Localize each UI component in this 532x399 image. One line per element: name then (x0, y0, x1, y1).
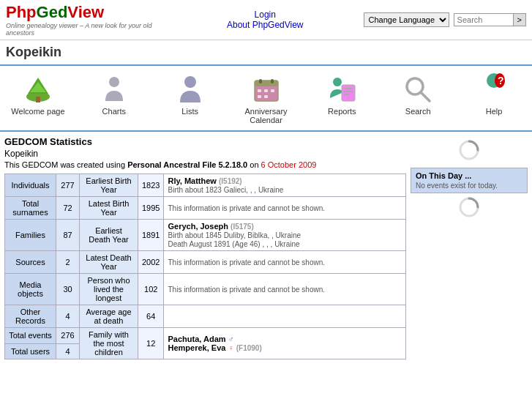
svg-point-5 (184, 76, 196, 88)
nav-anniversary[interactable]: Anniversary Calendar (228, 69, 304, 127)
stat-label-families: Families (5, 220, 56, 251)
svg-rect-7 (255, 81, 278, 86)
main-content: GEDCOM Statistics Kopeikin This GEDCOM w… (0, 132, 532, 364)
spinner-bottom (411, 196, 528, 220)
svg-rect-16 (342, 85, 355, 101)
table-row: Individuals 277 Earliest Birth Year 1823… (5, 174, 406, 197)
nav-reports[interactable]: Reports (304, 69, 380, 127)
nav-help-label: Help (486, 107, 503, 116)
nav-welcome[interactable]: Welcome page (0, 69, 76, 127)
stats-on: on (247, 160, 261, 169)
nav-welcome-label: Welcome page (11, 107, 64, 116)
nav-charts[interactable]: Charts (76, 69, 152, 127)
stat-detail-longest-lived: This information is private and cannot b… (164, 274, 406, 305)
stat-detail-earliest-birth: Rly, Matthew (I5192) Birth about 1823 Ga… (164, 174, 406, 197)
stat-label-users: Total users (5, 343, 56, 359)
table-row: Families 87 Earliest Death Year 1891 Ger… (5, 220, 406, 251)
stat-label-events: Total events (5, 328, 56, 344)
stat-value-users: 4 (56, 343, 80, 359)
stat-label-earliest-death: Earliest Death Year (80, 220, 138, 251)
on-this-day-box: On This Day ... No events exist for toda… (411, 168, 528, 193)
search-input[interactable] (454, 14, 513, 26)
on-this-day-text: No events exist for today. (416, 182, 522, 190)
stat-year-earliest-death: 1891 (138, 220, 164, 251)
stat-label-latest-death: Latest Death Year (80, 251, 138, 274)
nav-lists-label: Lists (181, 107, 198, 116)
table-row: Total surnames 72 Latest Birth Year 1995… (5, 197, 406, 220)
header-right: Change Language > (364, 12, 526, 27)
about-link[interactable]: About PhpGedView (167, 20, 364, 30)
svg-rect-14 (264, 95, 268, 98)
stat-label-other: Other Records (5, 305, 56, 328)
stat-detail-latest-death: This information is private and cannot b… (164, 251, 406, 274)
stat-detail-avg-age (164, 305, 406, 328)
svg-rect-3 (36, 97, 40, 102)
svg-rect-18 (344, 91, 353, 92)
svg-rect-8 (259, 79, 262, 83)
nav-reports-label: Reports (328, 107, 356, 116)
stats-date-link[interactable]: 6 October 2009 (261, 160, 317, 169)
stat-label-longest-lived: Person who lived the longest (80, 274, 138, 305)
stats-table: Individuals 277 Earliest Birth Year 1823… (4, 174, 406, 359)
svg-point-15 (333, 78, 342, 86)
left-panel: GEDCOM Statistics Kopeikin This GEDCOM w… (4, 136, 406, 359)
page-title: Kopeikin (0, 40, 532, 66)
navbar: Welcome page Charts Lists (0, 66, 532, 132)
stat-year-longest-lived: 102 (138, 274, 164, 305)
stat-value-events: 276 (56, 328, 80, 344)
stat-year-earliest-birth: 1823 (138, 174, 164, 197)
stats-subtitle: Kopeikin (4, 149, 406, 159)
nav-lists[interactable]: Lists (152, 69, 228, 127)
svg-rect-13 (258, 95, 261, 98)
stat-year-avg-age: 64 (138, 305, 164, 328)
login-link[interactable]: Login (167, 10, 364, 20)
svg-rect-12 (271, 89, 274, 92)
stat-label-surnames: Total surnames (5, 197, 56, 220)
nav-anniversary-label: Anniversary Calendar (230, 107, 303, 124)
stat-detail-latest-birth: This information is private and cannot b… (164, 197, 406, 220)
charts-icon (97, 72, 132, 107)
stat-year-most-children: 12 (138, 328, 164, 359)
header-center: Login About PhpGedView (167, 10, 364, 30)
svg-rect-10 (258, 89, 261, 92)
stat-label-most-children: Family with the most children (80, 328, 138, 359)
lists-icon (173, 72, 208, 107)
reports-icon (324, 72, 359, 107)
stat-label-media: Media objects (5, 274, 56, 305)
nav-help[interactable]: ? Help (456, 69, 532, 127)
search-button[interactable]: > (513, 14, 525, 26)
stats-title: GEDCOM Statistics (4, 136, 406, 147)
on-this-day-title: On This Day ... (416, 171, 522, 180)
stat-value-other: 4 (56, 305, 80, 328)
stat-value-media: 30 (56, 274, 80, 305)
table-row: Other Records 4 Average age at death 64 (5, 305, 406, 328)
table-row: Media objects 30 Person who lived the lo… (5, 274, 406, 305)
nav-search-label: Search (405, 107, 431, 116)
stat-detail-earliest-death: Gerych, Joseph (I5175) Birth about 1845 … (164, 220, 406, 251)
stat-label-earliest-birth: Earliest Birth Year (80, 174, 138, 197)
stat-label-individuals: Individuals (5, 174, 56, 197)
stat-year-latest-birth: 1995 (138, 197, 164, 220)
stat-label-latest-birth: Latest Birth Year (80, 197, 138, 220)
header: PhpGedView Online genealogy viewer – A n… (0, 0, 532, 40)
stats-desc-prefix: This GEDCOM was created using (4, 160, 127, 169)
svg-rect-17 (344, 88, 353, 89)
svg-line-21 (421, 92, 430, 101)
stat-value-families: 87 (56, 220, 80, 251)
welcome-icon (20, 72, 56, 107)
table-row: Sources 2 Latest Death Year 2002 This in… (5, 251, 406, 274)
table-row: Total events 276 Family with the most ch… (5, 328, 406, 344)
language-select[interactable]: Change Language (364, 12, 449, 27)
anniversary-icon (249, 72, 284, 107)
svg-rect-11 (264, 89, 268, 92)
stat-label-avg-age: Average age at death (80, 305, 138, 328)
stat-value-sources: 2 (56, 251, 80, 274)
right-panel: On This Day ... No events exist for toda… (411, 136, 528, 359)
stat-detail-most-children: Pachuta, Adam ♂ Hemperek, Eva ♀ (F1090) (164, 328, 406, 359)
svg-rect-19 (344, 94, 350, 95)
nav-search[interactable]: Search (380, 69, 456, 127)
stat-label-sources: Sources (5, 251, 56, 274)
search-box: > (454, 13, 526, 26)
help-icon: ? (476, 72, 512, 107)
stat-value-individuals: 277 (56, 174, 80, 197)
